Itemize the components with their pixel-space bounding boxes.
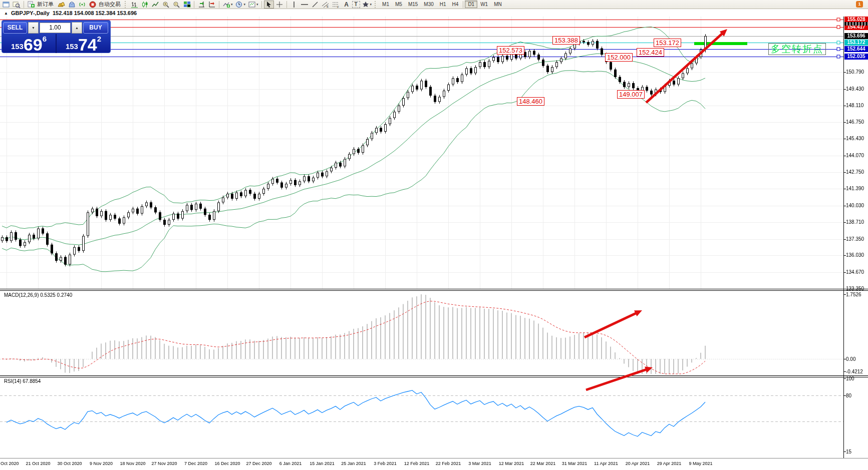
one-click-trading-widget: SELL ▼ ▲ BUY 153 69 6 153 74 2 — [2, 20, 111, 53]
buy-price[interactable]: 153 74 2 — [57, 34, 110, 53]
sell-price-point: 6 — [43, 35, 47, 43]
sell-button[interactable]: SELL — [3, 22, 27, 34]
buy-price-pips: 74 — [78, 37, 97, 52]
sell-price-pips: 69 — [24, 37, 43, 52]
mt4-terminal-window: 新订单 自动交易 ▾ — [0, 0, 868, 470]
sell-price[interactable]: 153 69 6 — [2, 34, 56, 53]
buy-price-figure: 153 — [66, 42, 78, 51]
chart-canvas[interactable] — [0, 0, 868, 470]
volume-input[interactable] — [40, 23, 71, 33]
buy-button[interactable]: BUY — [83, 22, 108, 34]
sell-price-figure: 153 — [11, 42, 24, 51]
volume-decrease-button[interactable]: ▼ — [28, 22, 39, 34]
volume-increase-button[interactable]: ▲ — [72, 22, 82, 34]
buy-price-point: 2 — [97, 35, 101, 43]
